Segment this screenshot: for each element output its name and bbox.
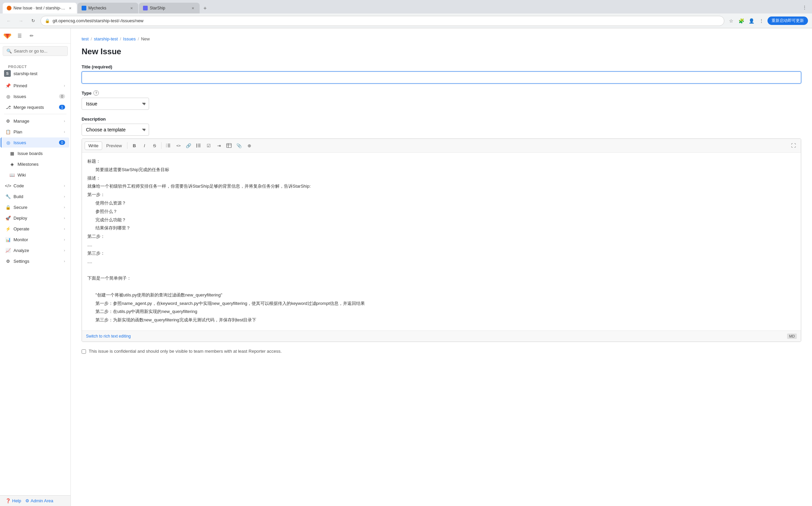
sidebar-item-operate[interactable]: ⚡ Operate › — [1, 224, 69, 234]
wiki-label: Wiki — [18, 172, 26, 178]
plan-icon: 📋 — [5, 129, 11, 134]
tab-close-starship[interactable]: ✕ — [190, 5, 196, 11]
editor-tab-preview[interactable]: Preview — [103, 142, 125, 150]
tab-new-issue[interactable]: New Issue · test / starship-te... ✕ — [3, 3, 77, 13]
strikethrough-button[interactable]: S — [150, 141, 159, 150]
sidebar-item-code[interactable]: </> Code › — [1, 181, 69, 191]
expand-button[interactable]: ⛶ — [789, 141, 798, 150]
tab-favicon-star — [143, 6, 148, 10]
code-icon: </> — [5, 183, 11, 188]
editor-line-18: 第一步：参照name_agent.py，在keyword_search.py中实… — [95, 300, 795, 307]
breadcrumb: test / starship-test / Issues / New — [82, 36, 801, 41]
switch-to-rich-text[interactable]: Switch to rich text editing — [86, 334, 131, 339]
title-input[interactable] — [82, 71, 801, 84]
sidebar-item-secure[interactable]: 🔒 Secure › — [1, 202, 69, 212]
confidential-checkbox[interactable] — [82, 349, 86, 354]
sidebar-item-analyze[interactable]: 📈 Analyze › — [1, 245, 69, 255]
svg-rect-0 — [168, 144, 170, 145]
tab-favicon-fox — [7, 6, 11, 10]
indent-button[interactable]: ⇥ — [214, 141, 224, 150]
sidebar-search[interactable]: 🔍 Search or go to... — [3, 46, 68, 56]
sidebar-item-issues[interactable]: ◎ Issues 0 — [1, 137, 69, 148]
breadcrumb-test[interactable]: test — [82, 36, 89, 41]
ordered-list-button[interactable]: 1.2.3. — [164, 141, 173, 150]
settings-chevron: › — [64, 259, 65, 263]
editor-line-16 — [87, 283, 795, 290]
type-select[interactable]: Issue Incident — [82, 98, 149, 110]
task-list-button[interactable]: ☑ — [204, 141, 213, 150]
tab-overflow-button[interactable]: ⋮ — [800, 3, 809, 12]
secure-label: Secure — [13, 205, 27, 210]
tab-close-new-issue[interactable]: ✕ — [67, 5, 73, 11]
code-chevron: › — [64, 184, 65, 188]
manage-icon: ⚙ — [5, 118, 11, 124]
title-label: Title (required) — [82, 64, 801, 69]
code-button[interactable]: <> — [174, 141, 183, 150]
editor-line-14 — [87, 266, 795, 274]
back-button[interactable]: ← — [4, 16, 13, 26]
sidebar-toggle[interactable]: ☰ — [15, 31, 24, 40]
template-select[interactable]: Choose a template Default Bug Feature Re… — [82, 124, 149, 136]
more-button[interactable]: ⊕ — [244, 141, 254, 150]
tab-mychecks[interactable]: Mychecks ✕ — [78, 3, 138, 13]
sidebar-new-btn[interactable]: ✏ — [27, 31, 36, 40]
sidebar-item-manage[interactable]: ⚙ Manage › — [1, 116, 69, 126]
extension-icon[interactable]: 🧩 — [737, 17, 745, 25]
tab-starship[interactable]: StarShip ✕ — [139, 3, 200, 13]
forward-button[interactable]: → — [16, 16, 26, 26]
issues-badge: 0 — [59, 140, 65, 145]
gitlab-logo[interactable] — [3, 31, 12, 40]
italic-button[interactable]: I — [140, 141, 149, 150]
new-tab-button[interactable]: ＋ — [200, 3, 210, 13]
sidebar-item-settings[interactable]: ⚙ Settings › — [1, 256, 69, 266]
update-button[interactable]: 重新启动即可更新 — [767, 17, 808, 25]
svg-rect-1 — [168, 145, 170, 146]
svg-rect-11 — [198, 147, 201, 147]
wiki-icon: 📖 — [9, 172, 15, 178]
sidebar-item-build[interactable]: 🔧 Build › — [1, 191, 69, 201]
sidebar-item-merge-requests[interactable]: ⎇ Merge requests 1 — [1, 102, 69, 112]
sidebar-item-plan[interactable]: 📋 Plan › — [1, 127, 69, 137]
reload-button[interactable]: ↻ — [28, 16, 38, 26]
address-box[interactable]: 🔒 git.opencsg.com/test/starship-test/-/i… — [40, 16, 724, 26]
attach-button[interactable]: 📎 — [234, 141, 244, 150]
svg-rect-9 — [198, 144, 201, 145]
plan-label: Plan — [13, 129, 22, 134]
sidebar-item-issue-boards[interactable]: ▦ Issue boards — [1, 148, 69, 158]
breadcrumb-starship-test[interactable]: starship-test — [94, 36, 118, 41]
plan-chevron: › — [64, 130, 65, 134]
sidebar-item-issues-top[interactable]: ◎ Issues 0 — [1, 91, 69, 101]
link-button[interactable]: 🔗 — [184, 141, 193, 150]
editor-footer: Switch to rich text editing MD — [82, 330, 801, 342]
table-button[interactable] — [224, 141, 234, 150]
editor-toolbar: Write Preview B I S 1.2.3. <> — [82, 139, 801, 153]
editor-body[interactable]: 标题： 简要描述需要StarShip完成的任务目标 描述： 就像给一个初级软件工… — [82, 153, 801, 330]
tab-close-mychecks[interactable]: ✕ — [129, 5, 134, 11]
toolbar-sep-2 — [161, 142, 162, 149]
sidebar-item-wiki[interactable]: 📖 Wiki — [1, 170, 69, 180]
address-text: git.opencsg.com/test/starship-test/-/iss… — [53, 18, 720, 23]
type-help-icon[interactable]: ? — [93, 90, 99, 96]
profile-icon[interactable]: 👤 — [747, 17, 755, 25]
settings-icon[interactable]: ⋮ — [757, 17, 765, 25]
unordered-list-button[interactable] — [194, 141, 203, 150]
sidebar-search-label: Search or go to... — [14, 49, 48, 54]
sidebar-item-deploy[interactable]: 🚀 Deploy › — [1, 213, 69, 223]
sidebar-item-milestones[interactable]: ◈ Milestones — [1, 159, 69, 169]
editor-line-5: 第一步： — [87, 191, 795, 198]
sidebar-item-pinned[interactable]: 📌 Pinned › — [1, 81, 69, 91]
bold-button[interactable]: B — [129, 141, 139, 150]
breadcrumb-issues[interactable]: Issues — [123, 36, 136, 41]
editor-tab-write[interactable]: Write — [85, 141, 102, 150]
editor-line-20: 第三步：为新实现的函数new_queryfiltering完成单元测试代码，并保… — [95, 317, 795, 324]
help-link[interactable]: ❓ Help — [5, 498, 21, 503]
bookmark-icon[interactable]: ☆ — [727, 17, 735, 25]
admin-link[interactable]: ⚙ Admin Area — [25, 498, 53, 503]
build-label: Build — [13, 194, 23, 199]
pin-icon: 📌 — [5, 83, 11, 88]
manage-chevron: › — [64, 119, 65, 123]
sidebar-item-monitor[interactable]: 📊 Monitor › — [1, 234, 69, 245]
deploy-label: Deploy — [13, 216, 27, 221]
editor-line-8: 完成什么功能？ — [95, 217, 795, 224]
pinned-label: Pinned — [13, 83, 27, 88]
